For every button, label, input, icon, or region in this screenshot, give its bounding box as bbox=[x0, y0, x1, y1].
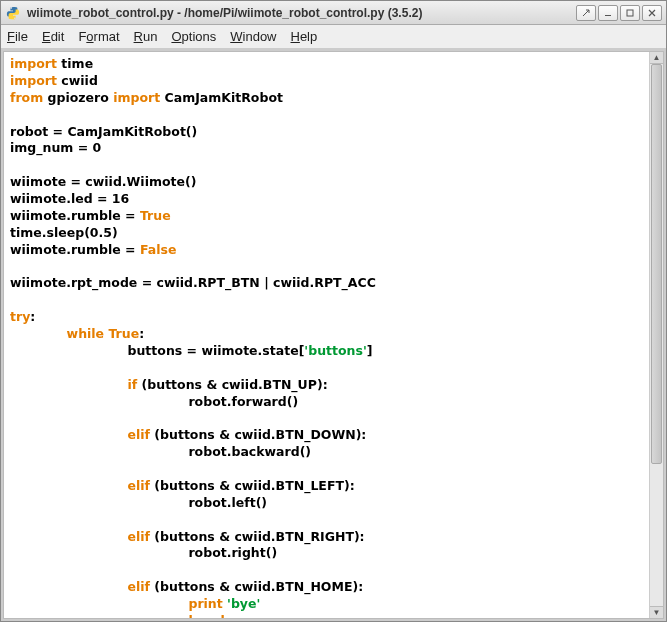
menu-format[interactable]: Format bbox=[78, 29, 119, 44]
svg-rect-1 bbox=[627, 10, 633, 16]
code-text: ] bbox=[367, 343, 373, 358]
hide-button[interactable] bbox=[598, 5, 618, 21]
kw-true: True bbox=[108, 326, 139, 341]
code-text: wiimote.rumble = bbox=[10, 242, 140, 257]
window-title: wiimote_robot_control.py - /home/Pi/wiim… bbox=[27, 6, 576, 20]
code-text: time bbox=[57, 56, 93, 71]
maximize-button[interactable] bbox=[620, 5, 640, 21]
menubar: File Edit Format Run Options Window Help bbox=[1, 25, 666, 49]
menu-run[interactable]: Run bbox=[134, 29, 158, 44]
kw-elif: elif bbox=[128, 427, 151, 442]
code-text: wiimote.led = 16 bbox=[10, 191, 129, 206]
code-text: (buttons & cwiid.BTN_RIGHT): bbox=[150, 529, 365, 544]
kw-import: import bbox=[113, 90, 160, 105]
code-text: cwiid bbox=[57, 73, 98, 88]
code-text: (buttons & cwiid.BTN_DOWN): bbox=[150, 427, 366, 442]
code-text: robot.forward() bbox=[188, 394, 298, 409]
kw-while: while bbox=[67, 326, 105, 341]
scroll-up-arrow-icon[interactable]: ▲ bbox=[650, 52, 663, 64]
svg-rect-0 bbox=[605, 15, 611, 16]
scroll-down-arrow-icon[interactable]: ▼ bbox=[650, 606, 663, 618]
code-text: (buttons & cwiid.BTN_HOME): bbox=[150, 579, 363, 594]
kw-try: try bbox=[10, 309, 30, 324]
code-text: robot = CamJamKitRobot() bbox=[10, 124, 197, 139]
code-text: gpiozero bbox=[43, 90, 113, 105]
code-text: buttons = wiimote.state[ bbox=[128, 343, 305, 358]
kw-elif: elif bbox=[128, 478, 151, 493]
code-text: (buttons & cwiid.BTN_LEFT): bbox=[150, 478, 355, 493]
kw-break: break bbox=[188, 613, 228, 618]
code-text: wiimote = cwiid.Wiimote() bbox=[10, 174, 196, 189]
kw-if: if bbox=[128, 377, 138, 392]
code-editor[interactable]: import time import cwiid from gpiozero i… bbox=[4, 52, 649, 618]
python-icon bbox=[5, 5, 21, 21]
menu-help[interactable]: Help bbox=[291, 29, 318, 44]
kw-true: True bbox=[140, 208, 171, 223]
code-text: img_num = 0 bbox=[10, 140, 101, 155]
editor-area: import time import cwiid from gpiozero i… bbox=[3, 51, 664, 619]
kw-import: import bbox=[10, 56, 57, 71]
menu-window[interactable]: Window bbox=[230, 29, 276, 44]
code-text: robot.backward() bbox=[188, 444, 311, 459]
string-literal: 'bye' bbox=[223, 596, 261, 611]
code-text: time.sleep(0.5) bbox=[10, 225, 118, 240]
window-controls bbox=[576, 5, 662, 21]
kw-elif: elif bbox=[128, 579, 151, 594]
app-window: wiimote_robot_control.py - /home/Pi/wiim… bbox=[0, 0, 667, 622]
code-text: robot.right() bbox=[188, 545, 277, 560]
scroll-thumb[interactable] bbox=[651, 64, 662, 464]
titlebar[interactable]: wiimote_robot_control.py - /home/Pi/wiim… bbox=[1, 1, 666, 25]
code-text: robot.left() bbox=[188, 495, 267, 510]
menu-edit[interactable]: Edit bbox=[42, 29, 64, 44]
kw-false: False bbox=[140, 242, 176, 257]
code-text: CamJamKitRobot bbox=[160, 90, 283, 105]
kw-elif: elif bbox=[128, 529, 151, 544]
menu-options[interactable]: Options bbox=[171, 29, 216, 44]
minimize-button[interactable] bbox=[576, 5, 596, 21]
code-text: wiimote.rpt_mode = cwiid.RPT_BTN | cwiid… bbox=[10, 275, 376, 290]
close-button[interactable] bbox=[642, 5, 662, 21]
string-literal: 'buttons' bbox=[304, 343, 366, 358]
kw-from: from bbox=[10, 90, 43, 105]
kw-import: import bbox=[10, 73, 57, 88]
kw-print: print bbox=[188, 596, 222, 611]
vertical-scrollbar[interactable]: ▲ ▼ bbox=[649, 52, 663, 618]
menu-file[interactable]: File bbox=[7, 29, 28, 44]
code-text: wiimote.rumble = bbox=[10, 208, 140, 223]
code-text: (buttons & cwiid.BTN_UP): bbox=[137, 377, 327, 392]
